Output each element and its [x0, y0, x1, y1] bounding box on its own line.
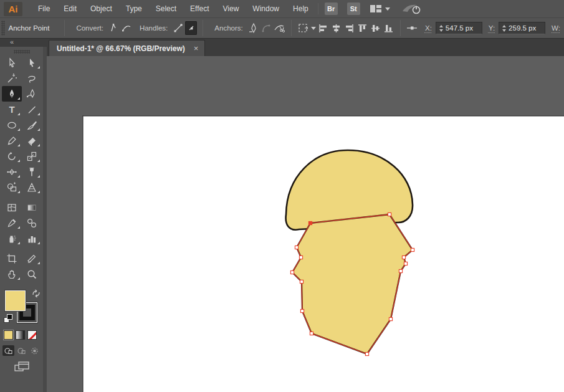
convert-label: Convert:	[76, 24, 103, 32]
close-tab-icon[interactable]: ×	[194, 44, 199, 52]
anchor-point[interactable]	[411, 248, 414, 251]
bridge-button[interactable]: Br	[325, 2, 338, 15]
lasso-tool[interactable]	[22, 70, 42, 86]
blend-icon	[26, 218, 37, 229]
distribute-button[interactable]	[406, 21, 418, 35]
anchor-point[interactable]	[310, 332, 313, 335]
zoom-tool[interactable]	[22, 266, 42, 282]
line-segment-tool[interactable]	[22, 102, 42, 117]
menu-item-file[interactable]: File	[31, 0, 57, 18]
align-bottom-button[interactable]	[383, 21, 394, 35]
hide-handles-button[interactable]	[185, 21, 197, 35]
magic-wand-tool[interactable]	[2, 70, 22, 86]
shape-builder-tool[interactable]	[2, 179, 22, 195]
fill-swatch[interactable]	[5, 290, 26, 311]
rotate-tool[interactable]	[2, 148, 22, 164]
align-to-dropdown[interactable]	[297, 21, 316, 35]
gpu-performance-icon[interactable]	[401, 3, 423, 14]
align-v-center-button[interactable]	[370, 21, 381, 35]
convert-to-corner-button[interactable]	[108, 21, 120, 35]
y-field[interactable]	[499, 22, 545, 34]
color-mode-button[interactable]	[4, 330, 13, 340]
stock-button[interactable]: St	[347, 2, 360, 15]
round-corner-button[interactable]	[260, 21, 272, 35]
workspace-switcher[interactable]	[370, 4, 390, 13]
type-tool[interactable]: T	[2, 102, 22, 117]
anchor-point[interactable]	[290, 270, 294, 274]
anchor-point[interactable]	[365, 352, 368, 355]
menu-item-effect[interactable]: Effect	[183, 0, 216, 18]
symbol-sprayer-tool[interactable]	[2, 231, 22, 246]
anchor-point[interactable]	[300, 280, 303, 283]
menu-item-object[interactable]: Object	[84, 0, 119, 18]
menu-item-view[interactable]: View	[216, 0, 246, 18]
x-input[interactable]	[446, 24, 482, 32]
direct-selection-icon	[26, 57, 37, 69]
anchor-point[interactable]	[388, 213, 391, 216]
draw-inside-button[interactable]	[29, 345, 41, 356]
anchor-point[interactable]	[300, 309, 304, 312]
draw-behind-button[interactable]	[16, 345, 27, 356]
anchor-point[interactable]	[399, 269, 402, 272]
anchor-point[interactable]	[295, 246, 298, 249]
scale-tool[interactable]	[22, 148, 42, 164]
align-h-center-button[interactable]	[330, 21, 342, 35]
puppet-warp-tool[interactable]	[22, 164, 42, 179]
collapse-panel-button[interactable]: «	[0, 39, 47, 47]
anchor-point-selected[interactable]	[308, 221, 312, 224]
w-label[interactable]: W:	[552, 24, 560, 32]
remove-anchor-button[interactable]	[247, 21, 259, 35]
show-handles-button[interactable]	[172, 21, 184, 35]
menu-item-window[interactable]: Window	[246, 0, 286, 18]
swap-fill-stroke-icon[interactable]	[31, 289, 41, 300]
blend-tool[interactable]	[22, 215, 42, 231]
panel-grip[interactable]	[14, 50, 30, 54]
gradient-tool[interactable]	[22, 199, 42, 215]
align-left-button[interactable]	[317, 21, 329, 35]
default-fill-stroke-icon[interactable]	[4, 314, 12, 323]
canvas-pasteboard[interactable]	[47, 56, 564, 392]
menu-item-edit[interactable]: Edit	[57, 0, 84, 18]
cut-path-button[interactable]	[274, 21, 285, 35]
perspective-grid-tool[interactable]	[22, 179, 42, 195]
eyedropper-tool[interactable]	[2, 215, 22, 231]
selection-tool[interactable]	[2, 55, 22, 70]
width-tool[interactable]	[2, 164, 22, 179]
draw-normal-button[interactable]	[2, 345, 14, 356]
curvature-tool[interactable]	[22, 86, 42, 102]
rotate-icon	[6, 151, 17, 162]
x-label[interactable]: X:	[425, 24, 432, 32]
x-field[interactable]	[436, 22, 482, 34]
anchor-point[interactable]	[299, 256, 302, 259]
none-mode-button[interactable]	[27, 330, 37, 340]
paintbrush-tool[interactable]	[22, 117, 42, 133]
eraser-tool[interactable]	[22, 133, 42, 148]
y-input[interactable]	[509, 24, 545, 32]
pen-tool[interactable]	[2, 86, 22, 102]
align-right-button[interactable]	[343, 21, 355, 35]
slice-tool[interactable]	[22, 251, 42, 266]
chevron-down-icon	[385, 7, 390, 11]
shaper-tool[interactable]	[2, 133, 22, 148]
anchor-point[interactable]	[402, 256, 405, 259]
y-label[interactable]: Y:	[489, 24, 495, 32]
anchor-point[interactable]	[404, 262, 407, 265]
convert-to-smooth-button[interactable]	[121, 21, 133, 35]
y-stepper[interactable]	[499, 25, 509, 32]
mesh-tool[interactable]	[2, 199, 22, 215]
gradient-mode-button[interactable]	[16, 330, 25, 340]
artboard-tool[interactable]	[2, 251, 22, 266]
panel-grip[interactable]	[1, 21, 5, 36]
column-graph-tool[interactable]	[22, 231, 42, 246]
menu-item-select[interactable]: Select	[149, 0, 183, 18]
ellipse-tool[interactable]	[2, 117, 22, 133]
screen-mode-button[interactable]	[14, 360, 30, 375]
direct-selection-tool[interactable]	[22, 55, 42, 70]
document-tab[interactable]: Untitled-1* @ 66.67% (RGB/Preview) ×	[49, 40, 205, 56]
x-stepper[interactable]	[436, 25, 446, 32]
align-top-button[interactable]	[356, 21, 368, 35]
hand-tool[interactable]	[2, 266, 22, 282]
menu-item-help[interactable]: Help	[286, 0, 315, 18]
menu-item-type[interactable]: Type	[119, 0, 149, 18]
anchor-point[interactable]	[389, 317, 392, 320]
